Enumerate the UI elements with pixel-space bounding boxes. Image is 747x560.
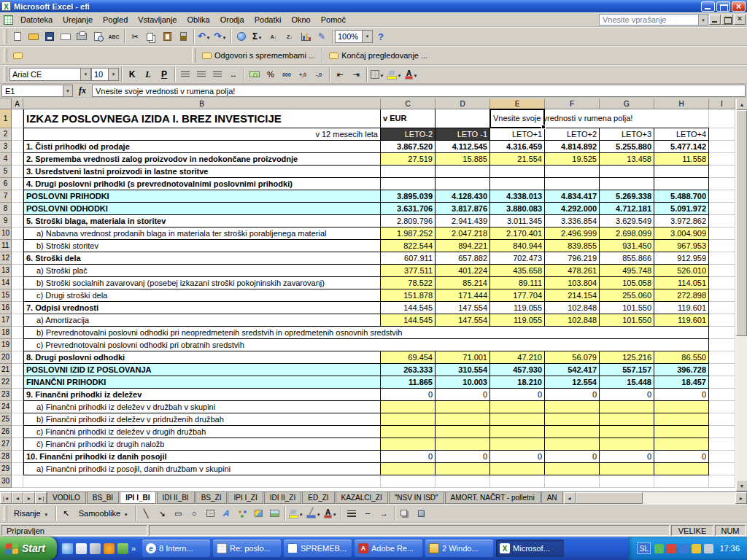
text-box-button[interactable] [202,505,218,521]
cell-I13[interactable] [709,265,735,277]
cell-G23[interactable]: 0 [600,389,654,401]
cell-H23[interactable]: 0 [654,389,709,401]
fill-color-dropdown-icon[interactable] [397,70,402,79]
cell-G9[interactable]: 3.629.549 [600,215,654,228]
row-header-17[interactable]: 17 [0,314,12,327]
sheet-tab-bs-bi[interactable]: BS_BI [87,492,119,504]
taskbar-task-2-windo[interactable]: 2 Windo... [425,540,493,557]
cell-F22[interactable]: 12.554 [545,376,600,389]
cell-A1[interactable] [12,109,23,128]
cell-B12[interactable]: 6. Stroški dela [23,252,381,265]
cell-E16[interactable]: 119.055 [490,302,545,314]
cell-H16[interactable]: 119.601 [654,302,709,314]
column-header-E[interactable]: E [490,98,545,109]
cell-C14[interactable]: 78.522 [381,277,436,289]
sheet-tab-idi-ii-zi[interactable]: IDI II_ZI [264,492,302,504]
cell-D27[interactable] [436,438,490,451]
horizontal-scroll-track[interactable] [643,492,735,504]
font-color-button[interactable]: A [403,66,419,82]
cell-F3[interactable]: 4.814.892 [545,141,600,153]
cell-C13[interactable]: 377.511 [381,265,436,277]
cell-C27[interactable] [381,438,436,451]
toolbar-grip[interactable] [4,506,7,521]
arrow-style-button[interactable] [376,505,392,521]
cell-H17[interactable]: 119.601 [654,314,709,327]
cell-D30[interactable] [436,475,490,488]
draw-font-color-button[interactable]: A [322,505,338,521]
cell-I2[interactable] [709,128,735,141]
dash-style-button[interactable] [360,505,376,521]
cell-H20[interactable]: 86.550 [654,351,709,364]
last-sheet-button[interactable] [35,492,47,504]
horizontal-scroll-thumb[interactable] [576,492,643,504]
new-button[interactable] [9,28,26,44]
row-header-30[interactable]: 30 [0,475,12,488]
cell-I18[interactable] [709,327,735,339]
cell-H30[interactable] [654,475,709,488]
cell-D4[interactable]: 15.885 [436,153,490,166]
cell-A2[interactable] [12,128,23,141]
cell-I14[interactable] [709,277,735,289]
sheet-tab-nsv-in-isd[interactable]: "NSV IN ISD" [389,492,444,504]
column-header-F[interactable]: F [545,98,600,109]
cell-A25[interactable] [12,413,23,426]
cell-H15[interactable]: 272.898 [654,289,709,302]
print-button[interactable] [74,28,90,44]
fill-color-button[interactable] [386,66,403,82]
cell-D15[interactable]: 171.444 [436,289,490,302]
cell-H27[interactable] [654,438,709,451]
cell-H13[interactable]: 526.010 [654,265,709,277]
draw-menu-button[interactable]: Risanje [9,505,53,521]
cell-I1[interactable] [709,109,735,128]
insert-function-button[interactable]: fx [73,85,92,97]
cell-B21[interactable]: POSLOVNI IZID IZ POSLOVANJA [23,364,381,376]
cell-I10[interactable] [709,228,735,240]
cell-A26[interactable] [12,426,23,438]
cell-D10[interactable]: 2.047.218 [436,228,490,240]
bold-button[interactable]: K [124,66,140,82]
cell-E17[interactable]: 119.055 [490,314,545,327]
cell-B22[interactable]: FINANČNI PRIHODKI [23,376,381,389]
cell-I25[interactable] [709,413,735,426]
cell-I16[interactable] [709,302,735,314]
row-header-23[interactable]: 23 [0,389,12,401]
cell-C30[interactable] [381,475,436,488]
cell-A14[interactable] [12,277,23,289]
row-header-11[interactable]: 11 [0,240,12,252]
cell-C8[interactable]: 3.631.706 [381,203,436,215]
cell-G28[interactable]: 0 [600,451,654,463]
undo-button[interactable] [196,28,212,44]
cell-D8[interactable]: 3.817.876 [436,203,490,215]
sheet-tab-bs-zi[interactable]: BS_ZI [196,492,228,504]
question-box[interactable]: Vnesite vprašanje [599,14,708,26]
chart-wizard-button[interactable] [298,28,314,44]
select-all-corner[interactable] [0,98,12,109]
line-color-button[interactable] [305,505,322,521]
cell-G21[interactable]: 557.157 [600,364,654,376]
cell-B3[interactable]: 1. Čisti prihodki od prodaje [23,141,381,153]
row-header-15[interactable]: 15 [0,289,12,302]
cell-H3[interactable]: 5.477.142 [654,141,709,153]
row-header-26[interactable]: 26 [0,426,12,438]
cell-G12[interactable]: 855.866 [600,252,654,265]
cell-F2[interactable]: LETO+2 [545,128,600,141]
row-header-25[interactable]: 25 [0,413,12,426]
taskbar-clock[interactable]: 17:36 [719,544,740,553]
column-header-G[interactable]: G [600,98,654,109]
cell-E28[interactable]: 0 [490,451,545,463]
cell-C7[interactable]: 3.895.039 [381,190,436,203]
cell-C12[interactable]: 607.911 [381,252,436,265]
cell-A24[interactable] [12,401,23,413]
row-header-16[interactable]: 16 [0,302,12,314]
autosum-dropdown-icon[interactable] [258,32,263,41]
messenger-icon[interactable] [117,543,128,554]
scroll-down-button[interactable] [736,480,747,491]
row-header-9[interactable]: 9 [0,215,12,228]
font-color-dropdown-icon[interactable] [413,70,418,79]
cell-E25[interactable] [490,413,545,426]
currency-style-button[interactable] [247,66,263,82]
cell-E14[interactable]: 89.111 [490,277,545,289]
scroll-left-button[interactable] [564,492,576,504]
cell-C24[interactable] [381,401,436,413]
cell-C6[interactable] [381,178,436,190]
